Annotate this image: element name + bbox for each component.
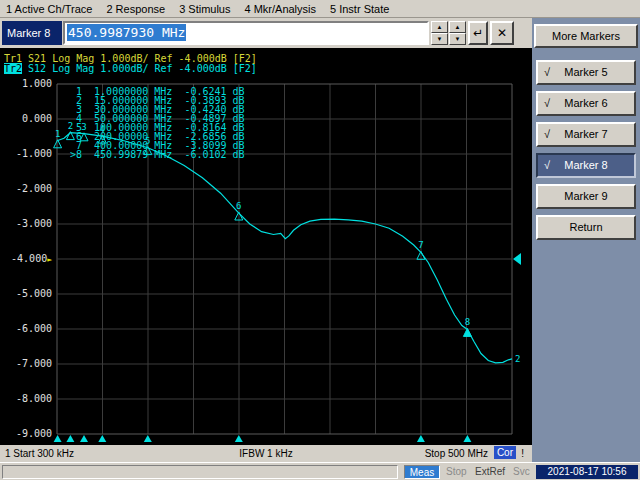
softkey-return[interactable]: Return — [536, 215, 636, 240]
correction-badge: Cor — [494, 446, 516, 459]
trace2-name: Tr2 — [4, 63, 22, 74]
marker-number: 8 — [465, 317, 470, 327]
y-axis-label: -3.000 — [4, 218, 52, 230]
marker-stimulus-icon — [80, 435, 88, 442]
status-bar: Meas Stop ExtRef Svc 2021-08-17 10:56 — [0, 462, 640, 480]
menu-bar: 1 Active Ch/Trace2 Response3 Stimulus4 M… — [0, 0, 640, 18]
softkey-label: Marker 9 — [564, 190, 607, 202]
y-axis-label: -4.000► — [4, 253, 52, 266]
meas-status-badge: Meas — [404, 465, 440, 479]
sweep-state-label: Stop — [446, 466, 467, 477]
y-axis-label: -8.000 — [4, 393, 52, 405]
ref-level-arrow-icon: ► — [47, 255, 52, 264]
sweep-stop-label: Stop 500 MHz — [425, 448, 488, 459]
entry-enter-button[interactable]: ↵ — [468, 21, 488, 45]
check-icon: √ — [544, 124, 550, 145]
trace2-ref-arrow-icon — [513, 253, 521, 265]
marker-number: 7 — [418, 240, 423, 250]
softkey-menu: More Markers √Marker 5√Marker 6√Marker 7… — [532, 18, 640, 462]
y-axis-label: -5.000 — [4, 288, 52, 300]
warning-indicator: ! — [521, 448, 524, 459]
trace-markers: 12345678 — [54, 121, 472, 442]
marker-stimulus-icon — [417, 435, 425, 442]
menu-item[interactable]: 4 Mkr/Analysis — [244, 3, 316, 15]
check-icon: √ — [544, 62, 550, 83]
entry-close-button[interactable]: ✕ — [490, 21, 514, 45]
vna-screen: 1 Active Ch/Trace2 Response3 Stimulus4 M… — [0, 0, 640, 480]
spin-up-fine-button[interactable]: ▲ — [449, 21, 466, 33]
y-axis-label: -9.000 — [4, 428, 52, 440]
entry-value: 450.9987930 MHz — [67, 24, 186, 41]
y-axis-label: -7.000 — [4, 358, 52, 370]
spin-up-coarse-button[interactable]: ▲ — [431, 21, 448, 33]
menu-item[interactable]: 1 Active Ch/Trace — [6, 3, 92, 15]
spin-down-fine-button[interactable]: ▼ — [449, 33, 466, 45]
marker-table: 1 1.0000000 MHz -0.6241 dB 2 15.000000 M… — [70, 87, 245, 159]
spin-down-coarse-button[interactable]: ▼ — [431, 33, 448, 45]
entry-label: Marker 8 — [2, 21, 62, 45]
softkey-label: Return — [569, 221, 602, 233]
y-axis-label: 1.000 — [4, 78, 52, 90]
softkey-label: Marker 7 — [564, 128, 607, 140]
y-axis-label: -1.000 — [4, 148, 52, 160]
marker-number: 6 — [236, 201, 241, 211]
softkey-marker-9[interactable]: Marker 9 — [536, 184, 636, 209]
softkey-menu-title: More Markers — [534, 24, 638, 48]
spin-group-coarse: ▲ ▼ — [431, 21, 448, 45]
datetime-display: 2021-08-17 10:56 — [536, 465, 638, 479]
marker-stimulus-icon — [235, 435, 243, 442]
softkey-label: Marker 6 — [564, 97, 607, 109]
marker-stimulus-icon — [98, 435, 106, 442]
svc-label: Svc — [513, 466, 530, 477]
check-icon: √ — [544, 93, 550, 114]
entry-bar: Marker 8 450.9987930 MHz ▲ ▼ ▲ ▼ ↵ ✕ — [0, 18, 532, 48]
marker-stimulus-icon — [463, 435, 471, 442]
extref-label: ExtRef — [475, 466, 505, 477]
marker-stimulus-icon — [144, 435, 152, 442]
y-axis-label: -6.000 — [4, 323, 52, 335]
spin-group-fine: ▲ ▼ — [449, 21, 466, 45]
menu-item[interactable]: 5 Instr State — [330, 3, 389, 15]
y-axis-label: 0.000 — [4, 113, 52, 125]
menu-item[interactable]: 3 Stimulus — [179, 3, 230, 15]
trace2-status: Tr2 S12 Log Mag 1.000dB/ Ref -4.000dB [F… — [4, 63, 257, 74]
softkey-marker-6[interactable]: √Marker 6 — [536, 91, 636, 116]
trace2-params: S12 Log Mag 1.000dB/ Ref -4.000dB [F2] — [22, 63, 257, 74]
status-message-panel — [2, 465, 398, 479]
softkey-marker-7[interactable]: √Marker 7 — [536, 122, 636, 147]
channel-status-bar: 1 Start 300 kHz IFBW 1 kHz Stop 500 MHz … — [0, 445, 532, 462]
menu-item[interactable]: 2 Response — [106, 3, 165, 15]
check-icon: √ — [544, 155, 550, 176]
softkey-label: Marker 5 — [564, 66, 607, 78]
y-axis-label: -2.000 — [4, 183, 52, 195]
trace2-end-label: 2 — [515, 354, 520, 364]
softkey-label: Marker 8 — [564, 159, 607, 171]
softkey-marker-8[interactable]: √Marker 8 — [536, 153, 636, 178]
chart-area: 212345678 Tr1 S21 Log Mag 1.000dB/ Ref -… — [0, 48, 532, 445]
marker-stimulus-icon — [66, 435, 74, 442]
marker-stimulus-icon — [54, 435, 62, 442]
marker-frequency-input[interactable]: 450.9987930 MHz — [63, 21, 429, 45]
marker-symbol — [463, 328, 471, 336]
marker-number: 1 — [55, 129, 60, 139]
softkey-marker-5[interactable]: √Marker 5 — [536, 60, 636, 85]
